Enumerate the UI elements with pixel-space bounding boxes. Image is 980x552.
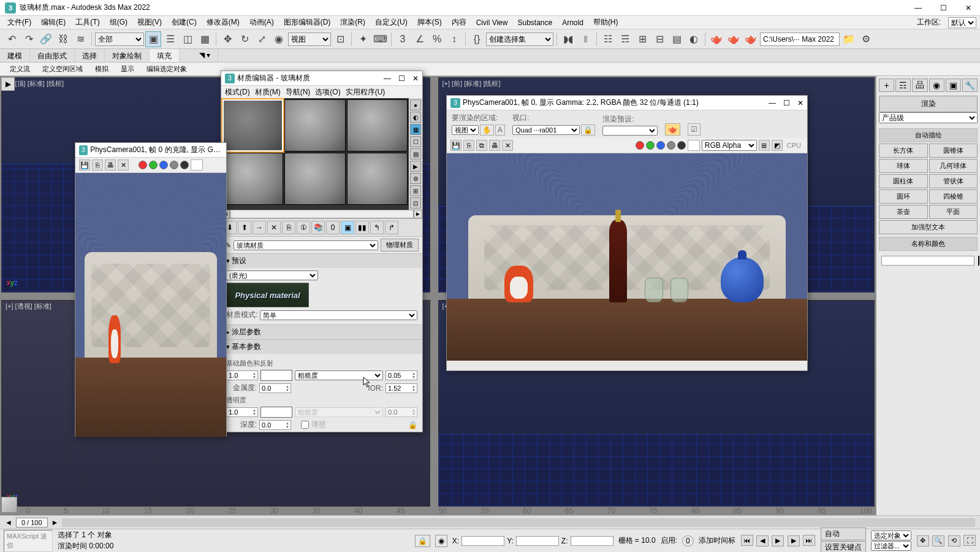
channel-mono[interactable] xyxy=(677,141,686,150)
preview-icon[interactable]: ▶ xyxy=(410,161,421,172)
add-time-tag[interactable]: 添加时间标 xyxy=(699,535,735,546)
key-filter-select[interactable]: 过滤器... xyxy=(871,541,911,551)
place-button[interactable]: ◉ xyxy=(271,31,287,47)
next-frame-button[interactable]: ► xyxy=(51,518,59,527)
auto-key-button[interactable]: 自动 xyxy=(821,527,866,540)
workspace-select[interactable]: 默认 xyxy=(948,17,976,28)
prim-tube[interactable]: 管状体 xyxy=(929,174,978,188)
show-in-vp-icon[interactable]: ▣ xyxy=(341,221,354,234)
ribbon-button[interactable]: ☴ xyxy=(617,31,633,47)
auto-region-icon[interactable]: A xyxy=(495,125,505,136)
material-slot-5[interactable] xyxy=(284,153,345,205)
roughness-spinner[interactable]: ▲▼ xyxy=(386,370,417,380)
trans-color-swatch[interactable] xyxy=(260,407,292,418)
channel-red[interactable] xyxy=(636,141,644,150)
sample-uv-icon[interactable]: ☐ xyxy=(410,136,421,147)
ribbon-tab-populate[interactable]: 填充 xyxy=(150,49,180,62)
cmd-tab-utility[interactable]: 🔧 xyxy=(962,79,978,92)
material-slot-3[interactable] xyxy=(347,99,408,151)
play-button[interactable]: ▶ xyxy=(772,535,784,546)
keyboard-button[interactable]: ⌨ xyxy=(372,31,388,47)
channel-green[interactable] xyxy=(149,161,158,169)
menu-group[interactable]: 组(G) xyxy=(106,16,131,29)
render-last-icon[interactable]: 🫖 xyxy=(665,123,680,136)
subribbon-display[interactable]: 显示 xyxy=(115,63,140,75)
key-target-select[interactable]: 选定对象 xyxy=(871,531,911,540)
mateditor-titlebar[interactable]: 3 材质编辑器 - 玻璃材质 — ☐ ✕ xyxy=(221,71,422,86)
channel-alpha[interactable] xyxy=(667,141,675,150)
selection-filter[interactable]: 全部 xyxy=(95,33,144,46)
subribbon-idle[interactable]: 定义空闲区域 xyxy=(36,63,89,75)
play-icon[interactable]: ▶ xyxy=(1,77,15,91)
base-weight-spinner[interactable]: ▲▼ xyxy=(226,370,258,380)
render-preset-select[interactable] xyxy=(602,126,658,136)
matmenu-options[interactable]: 选项(O) xyxy=(315,87,340,97)
depth-spinner[interactable]: ▲▼ xyxy=(259,420,291,430)
subribbon-editsel[interactable]: 编辑选定对象 xyxy=(140,63,193,75)
matmenu-mode[interactable]: 模式(D) xyxy=(225,87,250,97)
prim-plane[interactable]: 平面 xyxy=(929,205,978,219)
mateditor-minimize[interactable]: — xyxy=(384,74,391,83)
print-icon[interactable]: 🖶 xyxy=(105,159,116,171)
ior-spinner[interactable]: ▲▼ xyxy=(386,383,417,393)
viewport-label[interactable]: [+] [透视] [标准] xyxy=(6,302,51,311)
mateditor-close[interactable]: ✕ xyxy=(412,74,419,83)
copy-image-icon[interactable]: ⎘ xyxy=(92,159,103,171)
save-image-icon[interactable]: 💾 xyxy=(79,159,90,171)
viewport-nav-cube[interactable] xyxy=(1,497,17,513)
channel-green[interactable] xyxy=(646,141,655,150)
layer-button[interactable]: ☷ xyxy=(600,31,616,47)
menu-animation[interactable]: 动画(A) xyxy=(246,16,278,29)
zoom-icon[interactable]: 🔍 xyxy=(932,535,944,546)
option-icon[interactable]: ⚙ xyxy=(410,173,421,184)
menu-modifier[interactable]: 修改器(M) xyxy=(203,16,243,29)
subribbon-flow[interactable]: 定义流 xyxy=(4,63,36,75)
rotate-button[interactable]: ↻ xyxy=(237,31,253,47)
schematic-button[interactable]: ⊟ xyxy=(651,31,667,47)
object-color-swatch[interactable] xyxy=(978,256,979,266)
show-end-icon[interactable]: ▮▮ xyxy=(355,221,369,234)
put-to-lib-icon[interactable]: 📚 xyxy=(311,221,325,234)
menu-script[interactable]: 脚本(S) xyxy=(414,16,446,29)
material-name-select[interactable]: 玻璃材质 xyxy=(234,240,378,250)
region-edit-icon[interactable]: ✋ xyxy=(480,125,494,136)
reset-material-icon[interactable]: ✕ xyxy=(267,221,281,234)
print-icon[interactable]: 🖶 xyxy=(489,140,500,151)
enable-mode-icon[interactable]: 0 xyxy=(682,535,694,546)
z-coord-input[interactable] xyxy=(571,536,613,546)
prim-teapot[interactable]: 茶壶 xyxy=(879,205,928,219)
menu-tools[interactable]: 工具(T) xyxy=(72,16,103,29)
maxscript-mini[interactable]: MAXScript 迷你 xyxy=(4,530,53,552)
render1-titlebar[interactable]: 3 PhysCamera001, 帧 0 的克隆, 显示 Gamma... xyxy=(75,143,226,158)
channel-blue[interactable] xyxy=(159,161,168,169)
scale-button[interactable]: ⤢ xyxy=(254,31,270,47)
window-minimize-button[interactable]: — xyxy=(911,2,925,13)
slot-scroll-right[interactable]: ► xyxy=(414,210,422,218)
thin-wall-checkbox[interactable] xyxy=(301,421,309,429)
set-key-button[interactable]: 设置关键点 xyxy=(821,541,866,552)
menu-content[interactable]: 内容 xyxy=(448,16,470,29)
pan-icon[interactable]: ✥ xyxy=(917,535,929,546)
autogrid-header[interactable]: 自动描绘 xyxy=(879,128,978,142)
render2-maximize[interactable]: ☐ xyxy=(783,99,790,107)
select-button[interactable]: ▣ xyxy=(145,31,161,47)
trans-roughness-mode[interactable]: 粗糙度 xyxy=(295,407,383,417)
base-color-swatch[interactable] xyxy=(260,370,292,381)
goto-start-button[interactable]: ⏮ xyxy=(741,535,753,546)
roughness-mode[interactable]: 粗糙度 xyxy=(295,370,383,380)
material-slot-2[interactable] xyxy=(284,99,345,151)
render-viewport-select[interactable]: Quad ···ra001 xyxy=(512,125,580,135)
bind-button[interactable]: ≋ xyxy=(72,31,88,47)
menu-graph[interactable]: 图形编辑器(D) xyxy=(280,16,335,29)
render-setup-button[interactable]: 🫖 xyxy=(708,31,724,47)
undo-button[interactable]: ↶ xyxy=(4,31,20,47)
prim-box[interactable]: 长方体 xyxy=(879,144,928,158)
rollout-basic[interactable]: ▾ 基本参数 xyxy=(221,340,422,354)
render-button[interactable]: 🫖 xyxy=(743,31,759,47)
cmd-tab-display[interactable]: ▣ xyxy=(946,79,961,92)
viewport-label[interactable]: [+] [前] [标准] [线框] xyxy=(443,79,501,88)
named-sel-button[interactable]: {} xyxy=(469,31,485,47)
copy-image-icon[interactable]: ⎘ xyxy=(463,140,474,151)
spinner-snap-button[interactable]: ↕ xyxy=(446,31,462,47)
cmd-tab-modify[interactable]: ☶ xyxy=(895,79,911,92)
